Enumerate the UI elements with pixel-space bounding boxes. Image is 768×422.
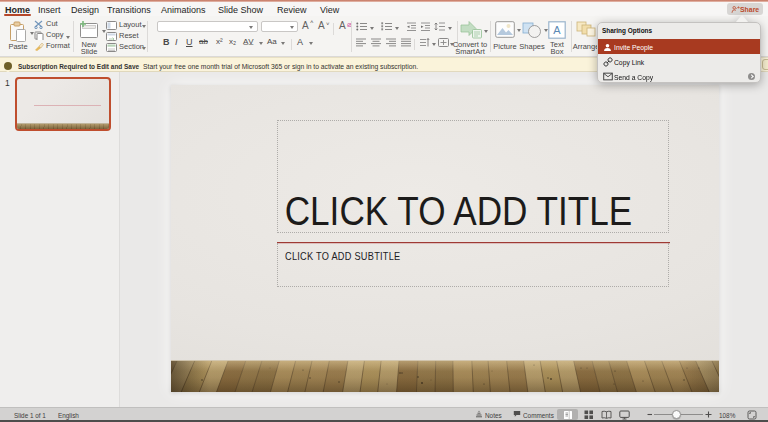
- svg-text:A: A: [553, 24, 561, 36]
